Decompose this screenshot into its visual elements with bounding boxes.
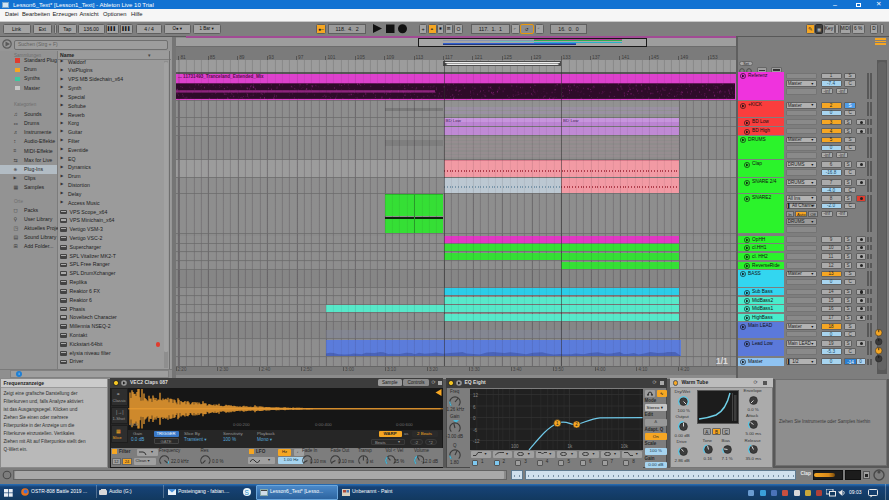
svg-text:S: S <box>245 489 250 496</box>
svg-text:-12: -12 <box>473 439 480 444</box>
svg-text:12: 12 <box>473 393 479 398</box>
svg-text:6: 6 <box>473 405 476 410</box>
svg-text:1k: 1k <box>567 444 573 449</box>
svg-text:100: 100 <box>511 444 519 449</box>
svg-text:10k: 10k <box>621 444 629 449</box>
svg-text:0: 0 <box>473 416 476 421</box>
svg-text:-6: -6 <box>473 428 477 433</box>
